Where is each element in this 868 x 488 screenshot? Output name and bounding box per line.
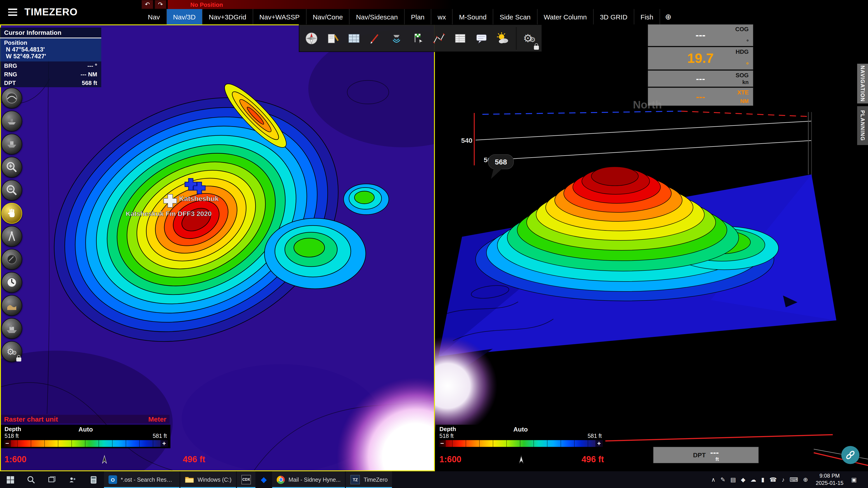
chart-unit-label: Raster chart unit: [4, 415, 58, 423]
add-tab-icon[interactable]: ⊕: [660, 9, 676, 24]
tab-fish[interactable]: Fish: [634, 9, 660, 24]
tab-nav-cone[interactable]: Nav/Cone: [306, 9, 349, 24]
boat-large-icon[interactable]: [1, 134, 22, 155]
seabed-icon[interactable]: [1, 295, 22, 316]
taskbar-app-cdx[interactable]: CDX: [237, 471, 255, 488]
system-tray: ∧ ✎ ▤ ◆ ☁ ▮ ☎ ♪ ⌨ ⊕ 9:08 PM 2025-01-15 ▣: [708, 471, 868, 488]
xte-unit: NM: [740, 98, 749, 104]
depth-mode[interactable]: Auto: [79, 426, 93, 433]
route-icon[interactable]: [429, 27, 449, 50]
chart-2d-view[interactable]: Katsheshuk Katsheskuk Fm DFF3 2020: [0, 24, 435, 471]
file-explorer-icon: [185, 476, 194, 484]
tab-nav-3dgrid[interactable]: Nav+3DGrid: [202, 9, 253, 24]
depth-max-right: 581 ft: [587, 433, 602, 439]
rng-value: --- NM: [81, 71, 97, 78]
tab-plan[interactable]: Plan: [405, 9, 431, 24]
boat-small-icon[interactable]: [1, 111, 22, 131]
action-center-icon[interactable]: ▣: [851, 477, 857, 483]
longitude-value: W 52°49.7427': [4, 53, 97, 60]
tab-nav-wassp[interactable]: Nav+WASSP: [253, 9, 306, 24]
brg-label: BRG: [4, 62, 17, 69]
tab-nav-sidescan[interactable]: Nav/Sidescan: [350, 9, 405, 24]
settings-gears-icon[interactable]: ⚙⚙: [516, 27, 539, 50]
workspace-tabbar: Nav Nav/3D Nav+3DGrid Nav+WASSP Nav/Cone…: [142, 9, 868, 24]
side-tab-navigation[interactable]: NAVIGATION: [857, 64, 868, 103]
chart-toolbar: ⚙⚙: [299, 24, 542, 52]
timer-icon[interactable]: [1, 272, 22, 293]
volume-icon[interactable]: ♪: [782, 477, 784, 483]
contacts-icon[interactable]: [62, 471, 83, 488]
phone-link-icon[interactable]: ☎: [770, 477, 777, 483]
comment-icon[interactable]: [471, 27, 491, 50]
dividers-icon[interactable]: [1, 226, 22, 247]
cog-unit: °: [746, 38, 749, 45]
depth-mode-right[interactable]: Auto: [513, 426, 528, 433]
marker-label: Katsheshuk: [179, 195, 219, 203]
sounder-icon[interactable]: [386, 27, 406, 50]
side-tab-planning[interactable]: PLANNING: [857, 106, 868, 145]
view-3d-sphere-icon[interactable]: [1, 88, 22, 108]
annotate-pen-icon[interactable]: [365, 27, 385, 50]
go-to-flag-icon[interactable]: [408, 27, 428, 50]
zoom-out-icon[interactable]: [1, 180, 22, 201]
tool-settings-gear-icon[interactable]: ⚙⚙: [1, 341, 22, 362]
dpt-row: DPT 568 ft: [0, 78, 101, 87]
task-view-button[interactable]: [41, 471, 62, 488]
depth-scale-right: Depth Auto 518 ft 581 ft − +: [436, 425, 605, 448]
cog-label: COG: [735, 26, 749, 33]
taskbar-app-outlook[interactable]: O *.ost - Search Resul...: [104, 471, 180, 488]
tab-m-sound[interactable]: M-Sound: [453, 9, 493, 24]
chrome-icon: [277, 476, 285, 484]
depth-min-right: 518 ft: [439, 433, 454, 439]
display-tray-icon[interactable]: ▤: [730, 477, 736, 483]
depth-range-decrease-button[interactable]: −: [4, 440, 11, 447]
logbook-icon[interactable]: [323, 27, 343, 50]
tab-nav-3d[interactable]: Nav/3D: [166, 9, 202, 24]
compass-rose-icon[interactable]: [302, 27, 321, 50]
start-button[interactable]: [0, 471, 21, 488]
keyboard-input-icon[interactable]: ⌨: [789, 477, 798, 483]
dropbox-icon: ◆: [261, 475, 267, 484]
network-icon[interactable]: ⊕: [803, 477, 808, 483]
scale-bar-left: 1:600 496 ft: [1, 454, 209, 465]
ship-icon[interactable]: [1, 318, 22, 339]
search-button[interactable]: [21, 471, 41, 488]
weather-icon[interactable]: [493, 27, 513, 50]
pan-hand-icon[interactable]: [1, 203, 22, 224]
eraser-icon[interactable]: [1, 249, 22, 270]
chart-select-icon[interactable]: [344, 27, 364, 50]
hidden-icons-chevron-icon[interactable]: ∧: [711, 477, 715, 483]
depth-range-increase-button[interactable]: +: [160, 440, 168, 447]
sog-readout: SOG --- kn: [648, 70, 753, 87]
zoom-in-icon[interactable]: [1, 157, 22, 177]
taskbar-app-dropbox[interactable]: ◆: [256, 471, 271, 488]
depth-range-increase-button-right[interactable]: +: [595, 440, 602, 447]
calculator-icon[interactable]: [83, 471, 104, 488]
hdg-readout: HDG 19.7 °: [648, 47, 753, 70]
depth-range-decrease-button-right[interactable]: −: [438, 440, 446, 447]
taskbar-clock[interactable]: 9:08 PM 2025-01-15: [813, 473, 846, 487]
tab-wx[interactable]: wx: [431, 9, 453, 24]
tab-water-column[interactable]: Water Column: [537, 9, 594, 24]
menu-hamburger-icon[interactable]: [8, 8, 17, 16]
taskbar-app-explorer[interactable]: Windows (C:): [180, 471, 236, 488]
scale-bar-right: 1:600 496 ft: [436, 454, 608, 465]
security-shield-icon[interactable]: ◆: [741, 477, 745, 483]
latitude-value: N 47°54.4813': [4, 46, 97, 53]
battery-icon[interactable]: ▮: [761, 477, 765, 483]
taskbar-app-chrome[interactable]: Mail - Sidney Hyne...: [272, 471, 345, 488]
list-table-icon[interactable]: [450, 27, 470, 50]
onedrive-cloud-icon[interactable]: ☁: [750, 477, 756, 483]
link-views-button[interactable]: [841, 446, 860, 464]
pen-tray-icon[interactable]: ✎: [720, 477, 725, 483]
tab-side-scan[interactable]: Side Scan: [493, 9, 537, 24]
taskbar-app-timezero[interactable]: TZ TimeZero: [346, 471, 392, 488]
brg-value: --- °: [87, 62, 97, 69]
tab-nav[interactable]: Nav: [142, 9, 166, 24]
chart-2d-canvas[interactable]: Katsheshuk Katsheskuk Fm DFF3 2020: [1, 25, 434, 470]
redo-button[interactable]: ↷: [155, 0, 166, 9]
undo-button[interactable]: ↶: [142, 0, 153, 9]
depth-max: 581 ft: [153, 433, 167, 439]
tab-3d-grid[interactable]: 3D GRID: [594, 9, 634, 24]
app-title: TIMEZERO: [24, 6, 78, 18]
